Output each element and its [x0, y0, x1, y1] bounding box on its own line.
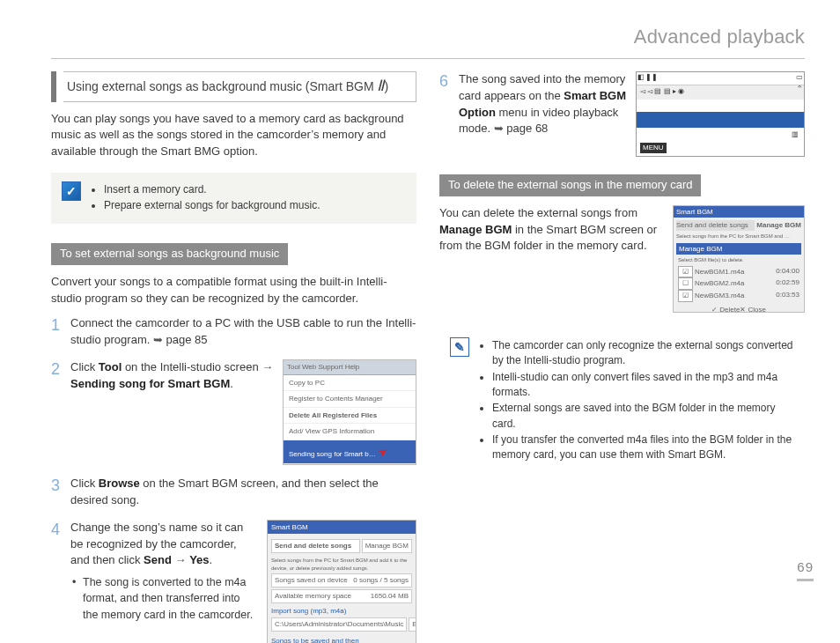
info-note: ✎ The camcorder can only recognize the e… [439, 329, 805, 473]
note-item: Insert a memory card. [104, 182, 320, 197]
section-heading-smart-bgm: Using external songs as background music… [51, 71, 416, 102]
step-4-bullet: The song is converted to the m4a format,… [70, 574, 258, 622]
right-arrow-icon: → [175, 553, 187, 566]
smart-bgm-dialog-screenshot: Smart BGM Send and delete songs Manage B… [267, 520, 416, 643]
note-item: Prepare external songs for background mu… [104, 198, 320, 213]
step-2: Click Tool on the Intelli-studio screen … [51, 359, 416, 465]
left-column: Using external songs as background music… [51, 71, 416, 643]
intelli-studio-menu-screenshot: Tool Web Support Help Copy to PC Registe… [283, 359, 416, 465]
step-4: Change the song’s name so it can be reco… [51, 520, 416, 643]
note-item: The camcorder can only recognize the ext… [492, 338, 794, 369]
check-icon: ✓ [62, 181, 81, 201]
steps-list: Connect the camcorder to a PC with the U… [51, 315, 416, 643]
section-heading-close: ) [384, 79, 388, 93]
step-1: Connect the camcorder to a PC with the U… [51, 315, 416, 349]
red-pointer-icon: ➤ [374, 441, 393, 462]
step-3: Click Browse on the Smart BGM screen, an… [51, 476, 416, 509]
camcorder-lcd-screenshot: ◧❚❚▭ 𝄐 ◅ ◅ ▤ ▤ ▸ ◉ ▥ MENU [636, 71, 805, 157]
info-icon: ✎ [450, 337, 469, 357]
note-item: Intelli-studio can only convert files sa… [492, 370, 794, 401]
page-title: Advanced playback [51, 23, 805, 51]
sub-heading-set-songs: To set external songs as background musi… [51, 243, 288, 265]
section-heading-text: Using external songs as background music… [67, 79, 374, 93]
set-songs-intro: Convert your songs to a compatible forma… [51, 274, 416, 307]
sub-heading-delete-songs: To delete the external songs in the memo… [439, 174, 701, 196]
step-6-number: 6 [439, 70, 448, 92]
intro-paragraph: You can play songs you have saved to a m… [51, 111, 416, 161]
note-item: External songs are saved into the BGM fo… [492, 401, 794, 432]
right-column: 6 The song saved into the memory card ap… [439, 71, 805, 643]
delete-songs-paragraph: You can delete the external songs from M… [439, 205, 664, 255]
menu-label: MENU [640, 143, 667, 153]
right-arrow-icon: ➥ [153, 333, 163, 346]
manage-bgm-screenshot: Smart BGM Send and delete songs Manage B… [673, 205, 805, 313]
horizontal-rule [51, 58, 805, 59]
prerequisite-note: ✓ Insert a memory card. Prepare external… [51, 173, 416, 224]
right-arrow-icon: ➥ [494, 122, 504, 135]
right-arrow-icon: → [262, 360, 273, 373]
note-item: If you transfer the converted m4a files … [492, 432, 794, 463]
page-number: 69 [797, 558, 814, 581]
